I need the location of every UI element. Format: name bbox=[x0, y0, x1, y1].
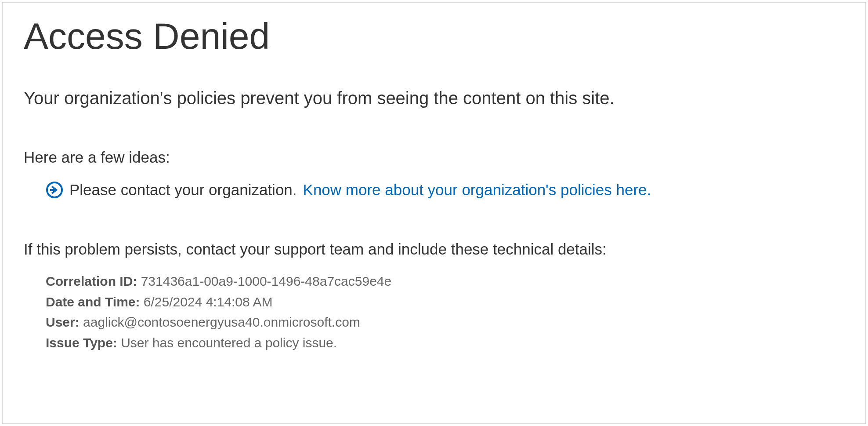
idea-contact-text: Please contact your organization. bbox=[69, 181, 297, 199]
arrow-right-circle-icon bbox=[46, 181, 63, 199]
detail-date-time: Date and Time: 6/25/2024 4:14:08 AM bbox=[46, 292, 844, 313]
policy-message: Your organization's policies prevent you… bbox=[24, 87, 844, 109]
technical-details: Correlation ID: 731436a1-00a9-1000-1496-… bbox=[24, 271, 844, 353]
persist-heading: If this problem persists, contact your s… bbox=[24, 240, 844, 258]
correlation-id-label: Correlation ID: bbox=[46, 274, 141, 288]
detail-issue-type: Issue Type: User has encountered a polic… bbox=[46, 333, 844, 353]
date-time-value: 6/25/2024 4:14:08 AM bbox=[144, 295, 273, 309]
issue-type-value: User has encountered a policy issue. bbox=[121, 335, 337, 350]
learn-more-link[interactable]: Know more about your organization's poli… bbox=[303, 181, 651, 199]
idea-row: Please contact your organization. Know m… bbox=[24, 181, 844, 199]
issue-type-label: Issue Type: bbox=[46, 335, 121, 350]
detail-correlation-id: Correlation ID: 731436a1-00a9-1000-1496-… bbox=[46, 271, 844, 292]
user-value: aaglick@contosoenergyusa40.onmicrosoft.c… bbox=[83, 315, 360, 329]
detail-user: User: aaglick@contosoenergyusa40.onmicro… bbox=[46, 312, 844, 333]
correlation-id-value: 731436a1-00a9-1000-1496-48a7cac59e4e bbox=[141, 274, 392, 288]
date-time-label: Date and Time: bbox=[46, 295, 144, 309]
ideas-heading: Here are a few ideas: bbox=[24, 149, 844, 166]
page-title: Access Denied bbox=[24, 16, 844, 56]
error-frame: Access Denied Your organization's polici… bbox=[2, 2, 866, 424]
user-label: User: bbox=[46, 315, 83, 329]
